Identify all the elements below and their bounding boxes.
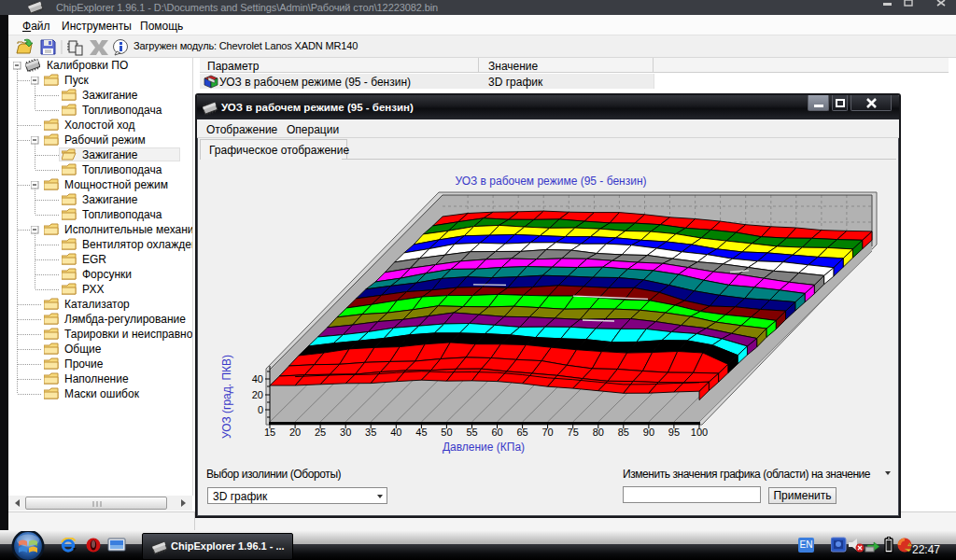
svg-text:45: 45 [415, 427, 427, 438]
svg-text:УОЗ в рабочем режиме (95 - бен: УОЗ в рабочем режиме (95 - бензин) [455, 175, 646, 188]
svg-text:40: 40 [252, 373, 263, 385]
svg-text:75: 75 [568, 427, 579, 438]
svg-text:УОЗ (град. ПКВ): УОЗ (град. ПКВ) [220, 355, 233, 439]
svg-text:85: 85 [618, 427, 629, 438]
svg-text:65: 65 [516, 427, 527, 438]
svg-text:30: 30 [340, 427, 351, 438]
svg-text:100: 100 [691, 427, 708, 438]
svg-text:25: 25 [315, 427, 326, 438]
svg-text:80: 80 [593, 427, 604, 438]
svg-text:50: 50 [441, 427, 452, 438]
svg-text:55: 55 [466, 427, 477, 438]
svg-text:40: 40 [390, 427, 401, 438]
svg-text:90: 90 [643, 427, 654, 438]
svg-text:60: 60 [491, 427, 502, 438]
svg-text:20: 20 [252, 389, 263, 400]
svg-text:95: 95 [668, 427, 680, 438]
svg-text:15: 15 [264, 427, 275, 438]
svg-text:70: 70 [541, 427, 553, 438]
svg-text:35: 35 [365, 427, 376, 438]
svg-text:Давление (КПа): Давление (КПа) [443, 441, 525, 454]
svg-text:20: 20 [289, 427, 301, 438]
svg-text:0: 0 [258, 404, 263, 415]
